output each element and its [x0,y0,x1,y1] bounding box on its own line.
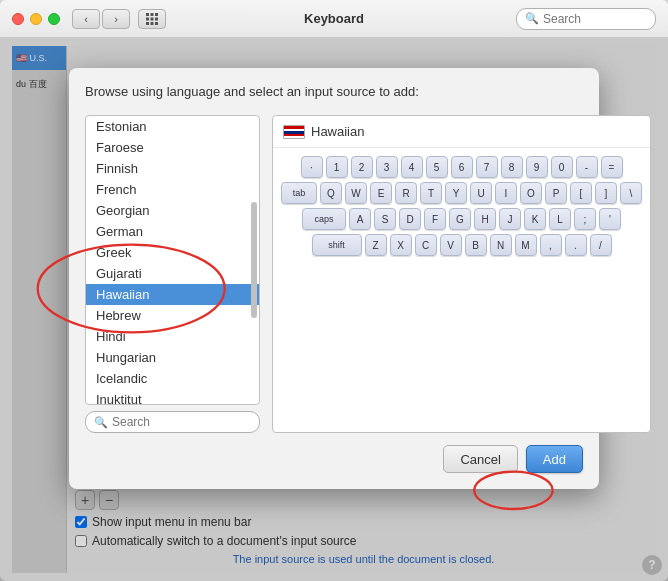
key-0: 0 [551,156,573,178]
key-period: . [565,234,587,256]
lang-item-hawaiian[interactable]: Hawaiian [86,284,259,305]
lang-item-faroese[interactable]: Faroese [86,137,259,158]
keyboard-preview: Hawaiian · 1 2 3 4 5 [272,115,651,433]
svg-rect-1 [151,13,154,16]
key-z: Z [365,234,387,256]
key-row-numbers: · 1 2 3 4 5 6 7 8 9 [301,156,623,178]
svg-rect-3 [146,17,149,20]
key-quote: ' [599,208,621,230]
key-c: C [415,234,437,256]
key-o: O [520,182,542,204]
key-v: V [440,234,462,256]
lang-item-icelandic[interactable]: Icelandic [86,368,259,389]
language-list-container: Estonian Faroese Finnish French Georgian… [85,115,260,433]
modal-body: Estonian Faroese Finnish French Georgian… [85,115,583,433]
key-i: I [495,182,517,204]
keyboard-lang-name: Hawaiian [311,124,364,139]
nav-buttons: ‹ › [72,9,130,29]
key-j: J [499,208,521,230]
key-minus: - [576,156,598,178]
search-icon: 🔍 [525,12,539,25]
svg-rect-4 [151,17,154,20]
search-input[interactable] [543,12,647,26]
forward-button[interactable]: › [102,9,130,29]
hawaiian-flag-icon [283,125,305,139]
add-button[interactable]: Add [526,445,583,473]
key-n: N [490,234,512,256]
lang-search-input[interactable] [112,415,251,429]
key-lbracket: [ [570,182,592,204]
key-5: 5 [426,156,448,178]
language-search[interactable]: 🔍 [85,411,260,433]
lang-item-greek[interactable]: Greek [86,242,259,263]
key-x: X [390,234,412,256]
lang-item-georgian[interactable]: Georgian [86,200,259,221]
key-3: 3 [376,156,398,178]
key-w: W [345,182,367,204]
cancel-button[interactable]: Cancel [443,445,517,473]
key-u: U [470,182,492,204]
lang-search-icon: 🔍 [94,416,108,429]
svg-rect-6 [146,22,149,25]
lang-item-french[interactable]: French [86,179,259,200]
lang-item-inuktitut[interactable]: Inuktitut [86,389,259,405]
key-s: S [374,208,396,230]
maximize-button[interactable] [48,13,60,25]
key-g: G [449,208,471,230]
keyboard-keys-area: · 1 2 3 4 5 6 7 8 9 [273,148,650,264]
key-2: 2 [351,156,373,178]
key-l: L [549,208,571,230]
modal-title: Browse using language and select an inpu… [85,84,583,99]
lang-item-hebrew[interactable]: Hebrew [86,305,259,326]
key-row-qwerty: tab Q W E R T Y U I O [281,182,642,204]
titlebar: ‹ › Keyboard 🔍 [0,0,668,38]
key-row-asdf: caps A S D F G H J K L [302,208,621,230]
key-m: M [515,234,537,256]
key-row-zxcv: shift Z X C V B N M , . [312,234,612,256]
key-semicolon: ; [574,208,596,230]
key-9: 9 [526,156,548,178]
lang-item-hungarian[interactable]: Hungarian [86,347,259,368]
key-1: 1 [326,156,348,178]
key-7: 7 [476,156,498,178]
modal-buttons: Cancel Add [85,445,583,473]
key-k: K [524,208,546,230]
lang-item-finnish[interactable]: Finnish [86,158,259,179]
lang-item-german[interactable]: German [86,221,259,242]
lang-item-estonian[interactable]: Estonian [86,116,259,137]
svg-rect-0 [146,13,149,16]
list-scrollbar [251,202,257,317]
minimize-button[interactable] [30,13,42,25]
window-title: Keyboard [304,11,364,26]
key-t: T [420,182,442,204]
key-slash: / [590,234,612,256]
key-e: E [370,182,392,204]
modal-overlay: Browse using language and select an inpu… [0,38,668,581]
main-window: ‹ › Keyboard 🔍 🇺🇸 U.S. du 百度 [0,0,668,581]
key-p: P [545,182,567,204]
key-caps: caps [302,208,346,230]
back-button[interactable]: ‹ [72,9,100,29]
key-r: R [395,182,417,204]
titlebar-search[interactable]: 🔍 [516,8,656,30]
key-backtick: · [301,156,323,178]
key-rbracket: ] [595,182,617,204]
key-equals: = [601,156,623,178]
lang-item-gujarati[interactable]: Gujarati [86,263,259,284]
key-4: 4 [401,156,423,178]
key-tab: tab [281,182,317,204]
key-b: B [465,234,487,256]
right-panel: Hawaiian · 1 2 3 4 5 [272,115,651,433]
svg-rect-2 [155,13,158,16]
svg-rect-5 [155,17,158,20]
key-y: Y [445,182,467,204]
key-backslash: \ [620,182,642,204]
traffic-lights [12,13,60,25]
lang-item-hindi[interactable]: Hindi [86,326,259,347]
content-area: 🇺🇸 U.S. du 百度 + − Show input menu in men… [0,38,668,581]
close-button[interactable] [12,13,24,25]
svg-rect-8 [155,22,158,25]
key-d: D [399,208,421,230]
grid-button[interactable] [138,9,166,29]
language-list[interactable]: Estonian Faroese Finnish French Georgian… [85,115,260,405]
